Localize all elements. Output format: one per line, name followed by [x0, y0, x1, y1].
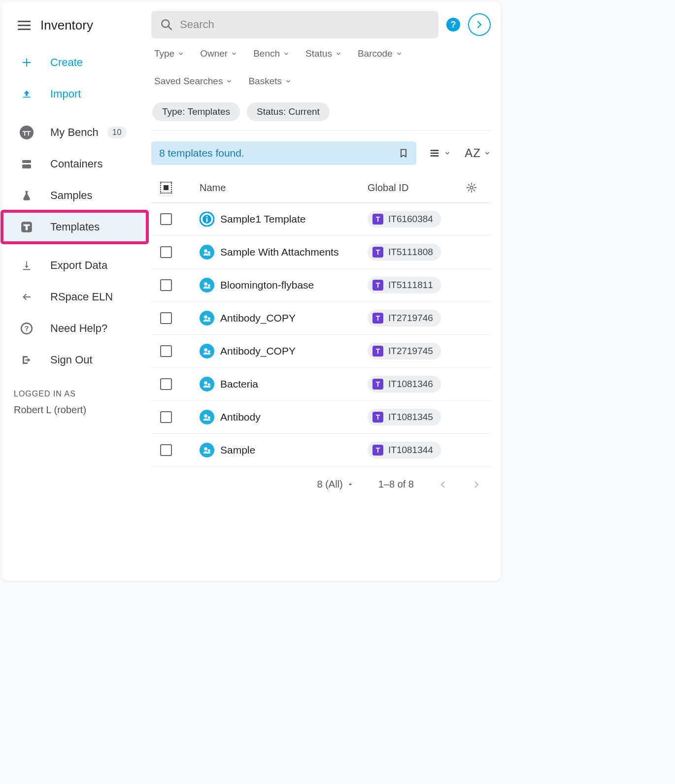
next-page-button[interactable] — [472, 480, 481, 489]
type-badge: T — [372, 346, 383, 357]
sidebar-item-containers[interactable]: Containers — [2, 148, 147, 180]
type-badge: T — [372, 412, 383, 423]
prev-page-button[interactable] — [439, 480, 447, 489]
global-id-value: IT1081345 — [388, 412, 433, 423]
shared-icon — [200, 344, 214, 359]
row-checkbox[interactable] — [160, 411, 172, 423]
filter-barcode[interactable]: Barcode — [358, 48, 403, 59]
help-icon: ? — [20, 322, 34, 335]
type-badge: T — [372, 445, 383, 456]
containers-icon — [20, 157, 34, 171]
sidebar-item-create[interactable]: Create — [2, 47, 147, 78]
row-checkbox[interactable] — [160, 246, 172, 258]
chevron-down-icon — [444, 150, 451, 157]
global-id-pill[interactable]: TIT1081345 — [368, 409, 441, 425]
list-view-toggle[interactable] — [428, 148, 451, 159]
chevron-down-icon — [283, 50, 290, 57]
main-panel: ? Type Owner Bench Status Barcode Saved … — [147, 2, 501, 581]
sort-toggle[interactable]: AZ — [465, 146, 491, 160]
sidebar-item-label: Need Help? — [50, 322, 107, 335]
table-row[interactable]: Antibody_COPYTIT2719745 — [151, 335, 491, 368]
global-id-value: IT5111808 — [388, 247, 433, 258]
search-input[interactable] — [180, 18, 430, 31]
filter-saved-searches[interactable]: Saved Searches — [154, 76, 233, 87]
help-button[interactable]: ? — [446, 18, 460, 32]
row-checkbox[interactable] — [160, 444, 172, 456]
column-header-global-id[interactable]: Global ID — [368, 182, 466, 194]
filter-baskets[interactable]: Baskets — [248, 76, 292, 87]
search-box[interactable] — [151, 11, 439, 38]
global-id-value: IT6160384 — [388, 214, 433, 225]
hamburger-icon[interactable] — [18, 21, 31, 30]
next-button[interactable] — [468, 13, 491, 36]
svg-point-21 — [204, 381, 207, 385]
row-name-label: Antibody_COPY — [220, 345, 296, 357]
sidebar-item-import[interactable]: Import — [2, 78, 147, 110]
global-id-pill[interactable]: TIT5111811 — [368, 277, 441, 294]
app-window: Inventory Create Import My Bench 10 — [2, 2, 501, 581]
sidebar-item-mybench[interactable]: My Bench 10 — [2, 117, 147, 148]
flask-icon — [20, 189, 34, 202]
filter-bench[interactable]: Bench — [253, 48, 290, 59]
type-badge: T — [372, 379, 383, 390]
filter-owner[interactable]: Owner — [200, 48, 237, 59]
shared-icon — [200, 278, 214, 293]
chip-type[interactable]: Type: Templates — [152, 102, 240, 121]
global-id-pill[interactable]: TIT6160384 — [368, 211, 441, 228]
results-count-label: 8 templates found. — [159, 147, 244, 159]
row-name-label: Sample — [220, 444, 255, 456]
global-id-pill[interactable]: TIT2719745 — [368, 343, 441, 359]
row-name-label: Sample1 Template — [220, 213, 306, 225]
table-row[interactable]: AntibodyTIT1081345 — [151, 401, 491, 434]
sidebar-item-templates[interactable]: Templates — [2, 211, 147, 243]
type-badge: T — [372, 247, 383, 258]
global-id-pill[interactable]: TIT1081344 — [368, 442, 441, 458]
global-id-pill[interactable]: TIT1081346 — [368, 376, 441, 392]
table-row[interactable]: Bloomington-flybaseTIT5111811 — [151, 269, 491, 302]
row-checkbox[interactable] — [160, 345, 172, 357]
table-row[interactable]: SampleTIT1081344 — [151, 434, 491, 467]
sidebar-item-samples[interactable]: Samples — [2, 180, 147, 211]
page-range-label: 1–8 of 8 — [378, 479, 414, 490]
sidebar-item-label: Create — [50, 56, 83, 69]
table-row[interactable]: Sample1 TemplateTIT6160384 — [151, 203, 491, 236]
table-row[interactable]: Sample With AttachmentsTIT5111808 — [151, 236, 491, 269]
shared-icon — [200, 410, 214, 425]
row-checkbox[interactable] — [160, 312, 172, 324]
sidebar-footer: LOGGED IN AS Robert L (robert) — [2, 390, 147, 416]
svg-point-22 — [208, 383, 210, 386]
table-row[interactable]: Antibody_COPYTIT2719746 — [151, 302, 491, 335]
info-icon — [200, 212, 214, 227]
global-id-pill[interactable]: TIT2719746 — [368, 310, 441, 327]
sidebar-item-eln[interactable]: RSpace ELN — [2, 281, 147, 313]
row-name-label: Antibody_COPY — [220, 312, 296, 324]
row-checkbox[interactable] — [160, 279, 172, 291]
svg-point-24 — [208, 416, 210, 419]
filter-status[interactable]: Status — [305, 48, 342, 59]
results-found-box: 8 templates found. — [151, 141, 416, 165]
svg-point-14 — [208, 251, 210, 254]
column-header-name[interactable]: Name — [190, 182, 368, 194]
row-name-label: Sample With Attachments — [220, 246, 338, 258]
row-checkbox[interactable] — [160, 378, 172, 390]
table-row[interactable]: BacteriaTIT1081346 — [151, 368, 491, 401]
bookmark-icon[interactable] — [399, 147, 408, 159]
global-id-pill[interactable]: TIT5111808 — [368, 244, 441, 261]
filter-bar-2: Saved Searches Baskets — [151, 73, 491, 92]
sidebar-item-signout[interactable]: Sign Out — [2, 344, 147, 376]
svg-point-20 — [208, 350, 210, 353]
chip-status[interactable]: Status: Current — [247, 102, 330, 121]
chevron-down-icon — [335, 50, 342, 57]
global-id-value: IT2719745 — [388, 346, 433, 357]
svg-text:?: ? — [24, 324, 29, 332]
plus-icon — [20, 56, 34, 69]
sidebar-item-export[interactable]: Export Data — [2, 250, 147, 281]
svg-point-17 — [204, 315, 207, 319]
filter-type[interactable]: Type — [154, 48, 184, 59]
row-checkbox[interactable] — [160, 213, 172, 225]
sidebar-item-help[interactable]: ? Need Help? — [2, 313, 147, 344]
table-settings-button[interactable] — [466, 182, 486, 193]
select-all-checkbox[interactable] — [160, 182, 172, 194]
search-icon — [160, 18, 173, 31]
page-size-selector[interactable]: 8 (All) — [317, 479, 353, 490]
